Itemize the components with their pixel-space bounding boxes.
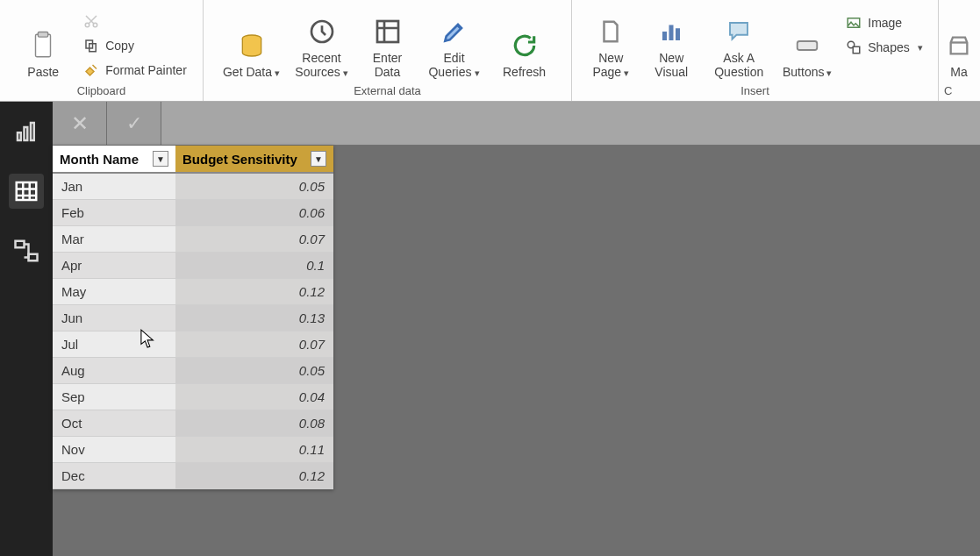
formula-cancel-button[interactable]: ✕: [53, 102, 107, 145]
copy-icon: [82, 37, 100, 54]
cell-month[interactable]: Oct: [53, 410, 175, 437]
formula-accept-button[interactable]: ✓: [107, 102, 161, 145]
refresh-label: Refresh: [503, 65, 546, 79]
nav-data-view[interactable]: [9, 174, 44, 209]
svg-rect-9: [662, 32, 667, 40]
table-row[interactable]: Aug0.05: [53, 358, 333, 384]
cell-value[interactable]: 0.05: [175, 358, 333, 384]
table-row[interactable]: May0.12: [53, 279, 333, 305]
check-icon: ✓: [126, 112, 142, 135]
edit-queries-label: Edit Queries: [419, 51, 490, 79]
group-label-clipboard: Clipboard: [5, 84, 197, 97]
cell-month[interactable]: Aug: [53, 358, 175, 384]
data-table: Month Name ▼ Budget Sensitivity ▼ Jan0.0…: [53, 146, 333, 489]
cell-month[interactable]: Dec: [53, 463, 175, 489]
cell-month[interactable]: Jun: [53, 305, 175, 331]
table-row[interactable]: Dec0.12: [53, 463, 333, 489]
ribbon-group-cutoff: Ma C: [939, 0, 979, 101]
column-header-month[interactable]: Month Name ▼: [53, 146, 175, 173]
cell-month[interactable]: Jul: [53, 331, 175, 358]
speech-bubble-icon: [723, 16, 755, 47]
cell-value[interactable]: 0.08: [175, 410, 333, 437]
filter-dropdown-icon[interactable]: ▼: [311, 151, 326, 167]
column-header-month-label: Month Name: [60, 152, 139, 167]
group-label-cutoff: C: [944, 84, 974, 97]
svg-rect-19: [17, 182, 37, 200]
paste-button[interactable]: Paste: [12, 7, 74, 82]
table-row[interactable]: Mar0.07: [53, 226, 333, 253]
recent-sources-label: Recent Sources: [288, 51, 356, 79]
new-page-button[interactable]: New Page: [583, 7, 638, 82]
ask-question-button[interactable]: Ask A Question: [705, 7, 773, 82]
edit-queries-button[interactable]: Edit Queries: [419, 7, 490, 82]
ribbon-group-clipboard: Paste Copy Forma: [0, 0, 204, 101]
cell-month[interactable]: Feb: [53, 200, 175, 226]
table-row[interactable]: Feb0.06: [53, 200, 333, 226]
refresh-button[interactable]: Refresh: [495, 7, 554, 82]
get-data-label: Get Data: [223, 65, 280, 79]
pencil-icon: [439, 16, 470, 47]
new-visual-button[interactable]: New Visual: [643, 7, 699, 82]
svg-rect-0: [36, 34, 51, 57]
table-row[interactable]: Sep0.04: [53, 384, 333, 410]
database-icon: [236, 30, 268, 61]
cell-month[interactable]: Sep: [53, 384, 175, 410]
table-row[interactable]: Jul0.07: [53, 331, 333, 358]
bar-chart-icon: [655, 16, 687, 47]
svg-rect-18: [31, 123, 34, 140]
cell-value[interactable]: 0.07: [175, 331, 333, 358]
cell-value[interactable]: 0.07: [175, 226, 333, 253]
page-icon: [595, 16, 626, 47]
cell-month[interactable]: Jan: [53, 173, 175, 200]
svg-rect-12: [798, 41, 818, 50]
table-row[interactable]: Jun0.13: [53, 305, 333, 331]
column-header-sensitivity[interactable]: Budget Sensitivity ▼: [175, 146, 333, 173]
cell-month[interactable]: May: [53, 279, 175, 305]
cell-month[interactable]: Apr: [53, 253, 175, 279]
enter-data-button[interactable]: Enter Data: [361, 7, 414, 82]
recent-sources-button[interactable]: Recent Sources: [288, 7, 356, 82]
svg-rect-11: [676, 28, 680, 40]
marketplace-button[interactable]: Ma: [941, 7, 976, 82]
filter-dropdown-icon[interactable]: ▼: [153, 151, 168, 167]
svg-rect-20: [16, 241, 25, 248]
cell-month[interactable]: Mar: [53, 226, 175, 253]
image-icon: [845, 14, 862, 32]
data-table-body: Jan0.05Feb0.06Mar0.07Apr0.1May0.12Jun0.1…: [53, 173, 333, 489]
format-painter-button[interactable]: Format Painter: [79, 60, 190, 81]
image-button[interactable]: Image: [841, 12, 926, 33]
cell-value[interactable]: 0.13: [175, 305, 333, 331]
svg-rect-17: [25, 127, 28, 140]
get-data-button[interactable]: Get Data: [221, 7, 283, 82]
cut-button[interactable]: [79, 11, 190, 32]
enter-data-label: Enter Data: [361, 51, 414, 79]
cell-month[interactable]: Nov: [53, 437, 175, 463]
cell-value[interactable]: 0.04: [175, 384, 333, 410]
new-visual-label: New Visual: [643, 51, 699, 79]
cell-value[interactable]: 0.1: [175, 253, 333, 279]
copy-button[interactable]: Copy: [79, 35, 190, 56]
cell-value[interactable]: 0.11: [175, 437, 333, 463]
shapes-button[interactable]: Shapes: [841, 37, 926, 58]
cell-value[interactable]: 0.12: [175, 279, 333, 305]
buttons-button[interactable]: Buttons: [778, 7, 836, 82]
brush-icon: [82, 61, 100, 79]
store-icon: [943, 30, 975, 61]
svg-rect-1: [39, 32, 48, 37]
nav-report-view[interactable]: [9, 114, 44, 149]
table-row[interactable]: Oct0.08: [53, 410, 333, 437]
formula-input[interactable]: [161, 102, 980, 145]
table-row[interactable]: Apr0.1: [53, 253, 333, 279]
table-row[interactable]: Nov0.11: [53, 437, 333, 463]
cell-value[interactable]: 0.12: [175, 463, 333, 489]
svg-rect-21: [29, 254, 38, 261]
cell-value[interactable]: 0.05: [175, 173, 333, 200]
table-row[interactable]: Jan0.05: [53, 173, 333, 200]
button-icon: [791, 30, 823, 61]
svg-rect-10: [669, 25, 674, 40]
ask-question-label: Ask A Question: [705, 51, 773, 79]
scissors-icon: [82, 12, 100, 30]
marketplace-label: Ma: [950, 65, 967, 79]
cell-value[interactable]: 0.06: [175, 200, 333, 226]
nav-model-view[interactable]: [9, 233, 44, 268]
